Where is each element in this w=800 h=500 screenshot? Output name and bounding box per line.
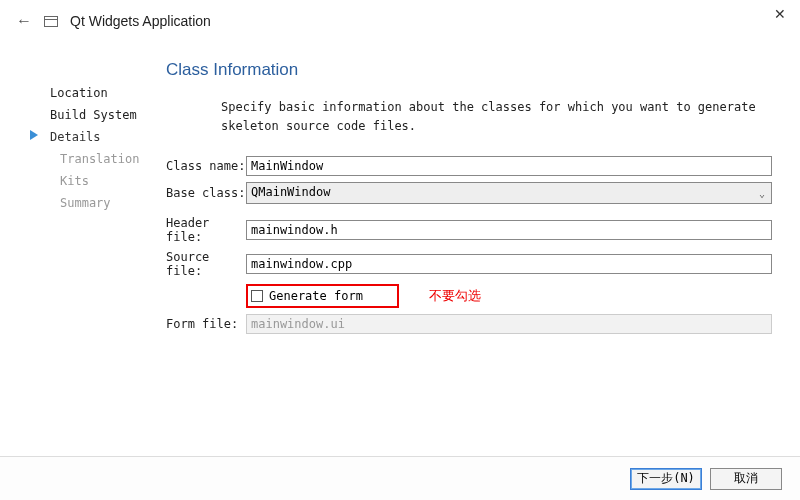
back-arrow-icon[interactable]: ← (16, 12, 32, 30)
header-file-input[interactable] (246, 220, 772, 240)
base-class-select[interactable]: QMainWindow ⌄ (246, 182, 772, 204)
titlebar: ← Qt Widgets Application (0, 0, 800, 40)
class-name-input[interactable] (246, 156, 772, 176)
annotation-highlight: Generate form (246, 284, 399, 308)
page-heading: Class Information (166, 60, 772, 80)
sidebar-item-summary: Summary (36, 192, 166, 214)
sidebar-item-translation: Translation (36, 148, 166, 170)
sidebar-item-details[interactable]: Details (36, 126, 166, 148)
source-file-input[interactable] (246, 254, 772, 274)
base-class-value: QMainWindow (251, 185, 330, 199)
window-title: Qt Widgets Application (70, 13, 211, 29)
sidebar-item-location[interactable]: Location (36, 82, 166, 104)
chevron-down-icon: ⌄ (759, 188, 765, 199)
page-description: Specify basic information about the clas… (221, 98, 772, 136)
close-icon[interactable]: ✕ (774, 6, 786, 22)
base-class-label: Base class: (166, 186, 246, 200)
next-button[interactable]: 下一步(N) (630, 468, 702, 490)
generate-form-label: Generate form (269, 289, 363, 303)
footer: 下一步(N) 取消 (0, 456, 800, 500)
header-file-label: Header file: (166, 216, 246, 244)
generate-form-checkbox[interactable] (251, 290, 263, 302)
window-icon (44, 16, 58, 27)
sidebar: Location Build System Details Translatio… (36, 40, 166, 438)
sidebar-item-build-system[interactable]: Build System (36, 104, 166, 126)
sidebar-item-kits: Kits (36, 170, 166, 192)
source-file-label: Source file: (166, 250, 246, 278)
main-panel: Class Information Specify basic informat… (166, 40, 780, 438)
cancel-button[interactable]: 取消 (710, 468, 782, 490)
class-name-label: Class name: (166, 159, 246, 173)
form-file-label: Form file: (166, 317, 246, 331)
form-file-input (246, 314, 772, 334)
annotation-text: 不要勾选 (429, 287, 481, 305)
